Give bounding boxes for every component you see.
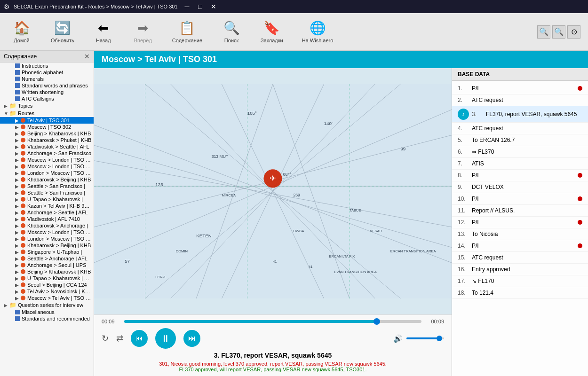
sidebar-item-moscow-555[interactable]: ▶Moscow > London | TSO 555 — [0, 157, 94, 163]
volume-track[interactable] — [406, 337, 444, 339]
sidebar-title: Содержание — [4, 53, 37, 60]
sidebar-item-sing-utapao[interactable]: ▶Singapore > U-Taphao | — [0, 249, 94, 255]
sidebar-item-moscow-333[interactable]: ▶Moscow > London | TSO 333 — [0, 163, 94, 170]
sidebar-item-utapao-afl[interactable]: ▶U-Tapao > Khabarovsk | AFL — [0, 275, 94, 282]
page-title: Moscow > Tel Aviv | TSO 301 — [102, 55, 217, 64]
sidebar-item-beijing-khb2[interactable]: ▶Beijing > Khabarovsk | KHB — [0, 268, 94, 275]
repeat-button[interactable]: ↻ — [102, 333, 109, 344]
maximize-button[interactable]: □ — [195, 2, 206, 11]
sidebar-item-anch-sea[interactable]: ▶Anchorage > Seattle | AFL — [0, 209, 94, 216]
sidebar-item-numerals[interactable]: Numerals — [0, 76, 94, 82]
toolbar-search[interactable]: 🔍 Поиск — [217, 18, 246, 45]
sidebar-item-label: Khabarovsk > Anchorage | — [27, 223, 88, 228]
expand-arrow: ▶ — [15, 269, 21, 274]
base-item-2[interactable]: 2.ATC request — [452, 94, 588, 106]
sidebar-item-label: London > Moscow | TSO 354 — [27, 170, 92, 176]
route-dot-icon — [21, 276, 25, 281]
expand-arrow: ▶ — [15, 217, 21, 222]
base-item-9[interactable]: 9.DCT VELOX — [452, 181, 588, 193]
sidebar-item-moscow-353[interactable]: ▶Moscow > London | TSO 353 — [0, 229, 94, 235]
sidebar-item-instructions[interactable]: Instructions — [0, 63, 94, 69]
sidebar-item-utapao-khb[interactable]: ▶U-Tapao > Khabarovsk | — [0, 196, 94, 203]
base-item-8[interactable]: 8.P/I — [452, 170, 588, 181]
toolbar-back[interactable]: ⬅ Назад — [89, 18, 118, 45]
base-item-5[interactable]: 5.To ERCAN 126.7 — [452, 134, 588, 146]
sidebar-item-khb-anch[interactable]: ▶Khabarovsk > Anchorage | — [0, 222, 94, 229]
prev-button[interactable]: ⏮ — [131, 330, 148, 347]
shuffle-button[interactable]: ⇄ — [116, 333, 123, 344]
sidebar-item-vlad-afl[interactable]: ▶Vladivostok | AFL 7410 — [0, 216, 94, 222]
base-item-1[interactable]: 1.P/I — [452, 83, 588, 94]
base-item-12[interactable]: 12.P/I — [452, 217, 588, 228]
sidebar-item-beijing-khb[interactable]: ▶Beijing > Khabarovsk | KHB — [0, 130, 94, 137]
toolbar-home[interactable]: 🏠 Домой — [8, 18, 36, 45]
base-item-14[interactable]: 14.P/I — [452, 240, 588, 252]
sidebar-item-atc[interactable]: ATC Callsigns — [0, 95, 94, 102]
expand-arrow: ▶ — [15, 263, 21, 268]
sidebar-item-standard[interactable]: Standard words and phrases — [0, 82, 94, 89]
sidebar-item-khb-phuket[interactable]: ▶Khabarovsk > Phuket | KHB — [0, 137, 94, 143]
toolbar-contents[interactable]: 📋 Содержание — [168, 18, 206, 45]
base-item-6[interactable]: 6.⇒ FL370 — [452, 146, 588, 158]
player-controls: 00:09 00:09 ↻ ⇄ ⏮ ⏸ ⏭ — [94, 314, 452, 376]
base-item-3[interactable]: ♪3.FL370, report VESAR, squawk 5645 — [452, 106, 588, 123]
sidebar-item-seattle-sf1[interactable]: ▶Seattle > San Francisco | — [0, 183, 94, 189]
base-item-16[interactable]: 16.Entry approved — [452, 264, 588, 275]
sidebar-item-vlad-seattle[interactable]: ▶Vladivostok > Seattle | AFL — [0, 143, 94, 150]
time-total: 00:09 — [425, 319, 444, 324]
sidebar-item-ta-novosibirsk[interactable]: ▶Tel Aviv > Novosibirsk | KHB — [0, 288, 94, 295]
base-item-17[interactable]: 17.↘ FL170 — [452, 275, 588, 287]
toolbar-forward[interactable]: ➡ Вперёд — [129, 18, 157, 45]
sidebar-item-topics[interactable]: ▶📁 Topics — [0, 102, 94, 110]
base-item-4[interactable]: 4.ATC request — [452, 123, 588, 134]
sidebar-item-khb-beijing2[interactable]: ▶Khabarovsk > Beijing | KHB — [0, 242, 94, 249]
close-button[interactable]: ✕ — [208, 2, 219, 11]
svg-text:41: 41 — [309, 265, 312, 269]
volume-thumb — [437, 336, 442, 341]
toolbar-refresh[interactable]: 🔄 Обновить — [47, 18, 78, 45]
sidebar-item-kazan-ta[interactable]: ▶Kazan > Tel Aviv | KHB 9003 — [0, 203, 94, 209]
sidebar-item-misc[interactable]: Miscellaneous — [0, 309, 94, 315]
folder-icon: 📁 — [9, 102, 16, 109]
base-item-11[interactable]: 11.Report // ALSUS. — [452, 205, 588, 217]
sidebar-item-khb-beijing[interactable]: ▶Khabarovsk > Beijing | KHB — [0, 176, 94, 183]
sidebar-item-label: Singapore > U-Taphao | — [27, 249, 82, 255]
sidebar-item-seattle-sf2[interactable]: ▶Seattle > San Francisco | — [0, 189, 94, 196]
route-dot-icon — [21, 250, 25, 254]
sidebar-item-london-354[interactable]: ▶London > Moscow | TSO 354 — [0, 170, 94, 176]
sidebar-close-button[interactable]: ✕ — [84, 53, 90, 60]
zoom-reset-toolbar[interactable]: ⊙ — [567, 25, 580, 39]
base-item-7[interactable]: 7.ATIS — [452, 158, 588, 170]
play-pause-button[interactable]: ⏸ — [155, 328, 176, 349]
sidebar-item-anch-seoul[interactable]: ▶Anchorage > Seoul | UPS — [0, 262, 94, 268]
next-button[interactable]: ⏭ — [183, 330, 200, 347]
base-item-text: P/I — [472, 219, 578, 226]
sidebar-item-anch-sf[interactable]: ▶Anchorage > San Francisco — [0, 150, 94, 157]
zoom-out-toolbar[interactable]: 🔍 — [552, 25, 565, 39]
base-item-13[interactable]: 13.To Nicosia — [452, 228, 588, 240]
base-item-15[interactable]: 15.ATC request — [452, 252, 588, 264]
sidebar-item-seoul-beijing[interactable]: ▶Seoul > Beijing | CCA 124 — [0, 282, 94, 288]
base-item-num: 10. — [458, 196, 472, 202]
sidebar-item-standards[interactable]: Standards and recommended — [0, 315, 94, 322]
minimize-button[interactable]: ─ — [182, 2, 193, 11]
sidebar-item-question[interactable]: ▶📁 Question series for interview — [0, 301, 94, 309]
toolbar-wish[interactable]: 🌐 На Wish.aero — [298, 18, 337, 45]
expand-arrow: ▶ — [4, 303, 9, 308]
sidebar-item-routes[interactable]: ▼📁 Routes — [0, 110, 94, 117]
sidebar-item-label: Tel Aviv > Novosibirsk | KHB — [27, 289, 92, 294]
progress-track[interactable] — [124, 320, 421, 323]
base-item-10[interactable]: 10.P/I — [452, 193, 588, 205]
sidebar-item-moscow-ta[interactable]: ▶Moscow > Tel Aviv | TSO 303 — [0, 295, 94, 301]
sidebar-item-london-444[interactable]: ▶London > Moscow | TSO 444 — [0, 235, 94, 242]
route-dot-icon — [21, 223, 25, 228]
zoom-in-toolbar[interactable]: 🔍 — [537, 25, 550, 39]
sidebar-item-tel-aviv[interactable]: ▶Tel Aviv | TSO 301 — [0, 117, 94, 124]
base-item-text: To 121.4 — [472, 290, 582, 296]
toolbar-bookmarks[interactable]: 🔖 Закладки — [257, 18, 287, 45]
sidebar-item-phonetic[interactable]: Phonetic alphabet — [0, 69, 94, 76]
sidebar-item-written[interactable]: Written shortening — [0, 89, 94, 95]
sidebar-item-seat-anch-afl[interactable]: ▶Seattle > Anchorage | AFL — [0, 255, 94, 262]
base-item-18[interactable]: 18.To 121.4 — [452, 287, 588, 299]
sidebar-item-moscow-302[interactable]: ▶Moscow | TSO 302 — [0, 124, 94, 130]
